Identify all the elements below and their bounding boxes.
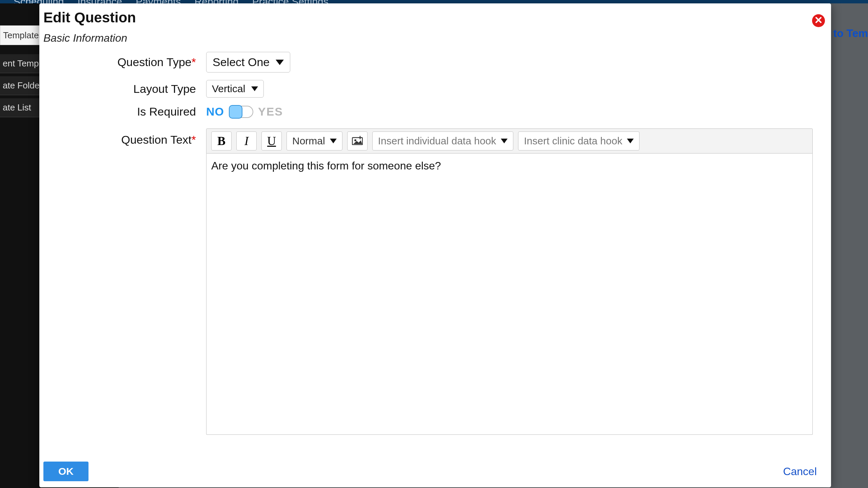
cancel-button[interactable]: Cancel: [783, 465, 817, 478]
paragraph-style-select[interactable]: Normal: [287, 131, 342, 150]
paragraph-style-value: Normal: [292, 135, 325, 147]
bold-button[interactable]: B: [211, 131, 232, 150]
sidebar-item[interactable]: ent Temp: [0, 54, 46, 73]
question-text-label: Question Text*: [43, 128, 206, 146]
close-button[interactable]: [812, 14, 825, 27]
modal-title: Edit Question: [43, 9, 827, 26]
layout-type-select[interactable]: Vertical: [206, 80, 264, 98]
templates-tab-label: Templates: [3, 30, 43, 41]
individual-hook-label: Insert individual data hook: [378, 135, 496, 147]
layout-type-value: Vertical: [212, 83, 245, 95]
question-text-editor[interactable]: Are you completing this form for someone…: [206, 154, 813, 435]
toggle-no-label: NO: [206, 105, 224, 118]
insert-image-button[interactable]: [347, 131, 368, 150]
chevron-down-icon: [330, 139, 337, 143]
edit-question-modal: Edit Question Basic Information Question…: [39, 3, 831, 487]
layout-type-label: Layout Type: [43, 82, 206, 96]
question-type-label: Question Type*: [43, 56, 206, 69]
clinic-hook-label: Insert clinic data hook: [524, 135, 622, 147]
is-required-toggle[interactable]: [229, 106, 253, 118]
chevron-down-icon: [627, 139, 634, 143]
question-type-value: Select One: [213, 56, 270, 69]
sidebar-item[interactable]: ate Folde: [0, 76, 46, 95]
question-type-select[interactable]: Select One: [206, 52, 290, 73]
editor-content: Are you completing this form for someone…: [211, 160, 441, 172]
is-required-label: Is Required: [43, 105, 206, 118]
modal-footer: OK Cancel: [43, 462, 827, 481]
svg-point-1: [354, 139, 356, 141]
underline-button[interactable]: U: [261, 131, 282, 150]
italic-button[interactable]: I: [236, 131, 257, 150]
sidebar-item-label: ate List: [3, 102, 31, 113]
toggle-yes-label: YES: [258, 105, 283, 118]
editor-toolbar: B I U Normal: [206, 128, 813, 154]
chevron-down-icon: [276, 60, 284, 65]
toggle-knob: [229, 105, 242, 119]
ok-button[interactable]: OK: [43, 462, 88, 481]
sidebar-item[interactable]: ate List: [0, 98, 46, 117]
close-icon: [814, 16, 823, 25]
top-nav: Scheduling Insurance Payments Reporting …: [0, 0, 854, 3]
chevron-down-icon: [501, 139, 508, 143]
chevron-down-icon: [251, 86, 258, 91]
modal-subtitle: Basic Information: [43, 32, 827, 44]
individual-data-hook-select[interactable]: Insert individual data hook: [372, 131, 514, 150]
templates-tab[interactable]: Templates: [0, 25, 43, 45]
sidebar-item-label: ate Folde: [3, 80, 39, 91]
image-upload-icon: [352, 136, 363, 146]
sidebar-item-label: ent Temp: [3, 58, 39, 69]
clinic-data-hook-select[interactable]: Insert clinic data hook: [518, 131, 639, 150]
